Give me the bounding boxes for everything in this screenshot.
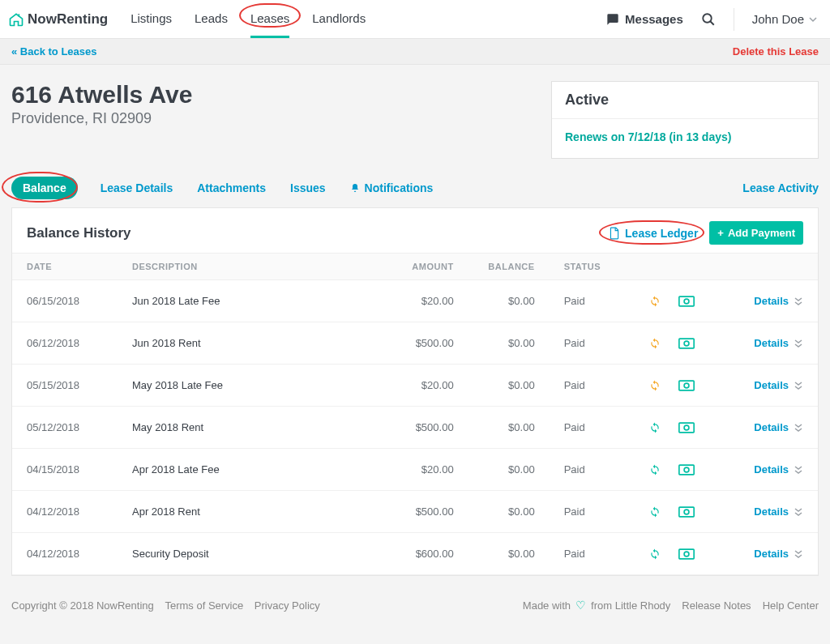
details-link[interactable]: Details — [754, 337, 803, 349]
col-balance: BALANCE — [468, 254, 550, 280]
col-date: DATE — [12, 254, 118, 280]
cell-balance: $0.00 — [468, 533, 550, 575]
cell-amount: $500.00 — [387, 407, 468, 449]
tab-balance[interactable]: Balance — [11, 177, 78, 199]
cell-balance: $0.00 — [468, 407, 550, 449]
cell-icons — [615, 322, 729, 365]
lease-address: 616 Atwells Ave Providence, RI 02909 — [11, 81, 192, 127]
cell-balance: $0.00 — [468, 322, 550, 365]
street-address: 616 Atwells Ave — [11, 81, 192, 109]
nav-item-listings[interactable]: Listings — [130, 0, 172, 38]
cell-details: Details — [729, 365, 818, 407]
table-row: 06/15/2018Jun 2018 Late Fee$20.00$0.00Pa… — [12, 280, 818, 322]
document-icon — [609, 227, 620, 240]
annotation-ellipse — [239, 3, 301, 28]
table-row: 04/12/2018Apr 2018 Rent$500.00$0.00PaidD… — [12, 491, 818, 533]
tos-link[interactable]: Terms of Service — [165, 599, 243, 612]
cell-description: Jun 2018 Rent — [118, 322, 387, 365]
col-status: STATUS — [550, 254, 615, 280]
svg-rect-9 — [679, 423, 694, 433]
tab-notifications[interactable]: Notifications — [349, 177, 435, 199]
cell-status: Paid — [550, 322, 615, 365]
svg-point-4 — [684, 299, 689, 304]
table-header-row: DATE DESCRIPTION AMOUNT BALANCE STATUS — [12, 254, 818, 280]
cell-balance: $0.00 — [468, 365, 550, 407]
svg-line-2 — [710, 21, 714, 25]
messages-link[interactable]: Messages — [605, 12, 683, 26]
details-link[interactable]: Details — [754, 295, 803, 307]
details-link[interactable]: Details — [754, 463, 803, 476]
user-name: John Doe — [752, 12, 804, 26]
details-link[interactable]: Details — [754, 505, 803, 518]
back-to-leases[interactable]: « Back to Leases — [11, 45, 97, 58]
svg-rect-3 — [679, 296, 694, 306]
sync-icon — [649, 380, 661, 391]
help-center-link[interactable]: Help Center — [763, 599, 819, 612]
panel-head: Balance History Lease Ledger + Add Payme… — [12, 208, 818, 253]
cell-details: Details — [729, 533, 818, 575]
chevron-double-down-icon — [794, 381, 803, 390]
cell-description: May 2018 Late Fee — [118, 365, 387, 407]
tab-lease-details[interactable]: Lease Details — [99, 177, 175, 199]
svg-point-12 — [684, 467, 689, 472]
table-row: 05/15/2018May 2018 Late Fee$20.00$0.00Pa… — [12, 365, 818, 407]
tab-attachments[interactable]: Attachments — [195, 177, 267, 199]
nav-item-leases[interactable]: Leases — [250, 0, 289, 38]
cell-description: Apr 2018 Late Fee — [118, 449, 387, 491]
svg-point-1 — [703, 14, 712, 23]
brand-logo[interactable]: NowRenting — [8, 11, 108, 28]
cell-status: Paid — [550, 407, 615, 449]
svg-point-10 — [684, 425, 689, 430]
cell-description: Security Deposit — [118, 533, 387, 575]
add-payment-label: Add Payment — [728, 227, 795, 239]
release-notes-link[interactable]: Release Notes — [682, 599, 751, 612]
search-icon[interactable] — [701, 12, 716, 27]
tabs-row: BalanceLease DetailsAttachmentsIssuesNot… — [11, 177, 819, 199]
header-row: 616 Atwells Ave Providence, RI 02909 Act… — [11, 81, 819, 159]
lease-tabs: BalanceLease DetailsAttachmentsIssuesNot… — [11, 177, 434, 199]
privacy-link[interactable]: Privacy Policy — [255, 599, 320, 612]
add-payment-button[interactable]: + Add Payment — [709, 221, 803, 245]
status-renew: Renews on 7/12/18 (in 13 days) — [552, 119, 818, 158]
tab-issues[interactable]: Issues — [289, 177, 327, 199]
status-title: Active — [552, 82, 818, 119]
footer-right: Made with ♡ from Little Rhody Release No… — [523, 599, 819, 612]
lease-activity-link[interactable]: Lease Activity — [742, 181, 819, 194]
cell-amount: $20.00 — [387, 280, 468, 322]
cell-amount: $600.00 — [387, 533, 468, 575]
panel-actions: Lease Ledger + Add Payment — [609, 221, 803, 245]
cell-details: Details — [729, 322, 818, 365]
made-suffix: from Little Rhody — [591, 599, 670, 612]
divider — [734, 8, 734, 31]
cash-icon — [678, 380, 695, 391]
details-link[interactable]: Details — [754, 379, 803, 391]
details-link[interactable]: Details — [754, 548, 803, 560]
delete-lease[interactable]: Delete this Lease — [733, 45, 819, 58]
cell-date: 04/12/2018 — [12, 533, 118, 575]
topbar: NowRenting ListingsLeadsLeasesLandlords … — [0, 0, 830, 39]
details-link[interactable]: Details — [754, 421, 803, 433]
svg-point-16 — [684, 552, 689, 557]
cash-icon — [678, 464, 695, 476]
cell-date: 06/12/2018 — [12, 322, 118, 365]
cell-description: Jun 2018 Late Fee — [118, 280, 387, 322]
heart-icon: ♡ — [574, 599, 588, 612]
svg-rect-7 — [679, 381, 694, 390]
footer: Copyright © 2018 NowRenting Terms of Ser… — [0, 584, 830, 631]
table-row: 04/15/2018Apr 2018 Late Fee$20.00$0.00Pa… — [12, 449, 818, 491]
nav-item-landlords[interactable]: Landlords — [312, 0, 366, 38]
cell-balance: $0.00 — [468, 449, 550, 491]
copyright: Copyright © 2018 NowRenting — [11, 599, 154, 612]
content: 616 Atwells Ave Providence, RI 02909 Act… — [0, 65, 830, 584]
cell-description: Apr 2018 Rent — [118, 491, 387, 533]
chevron-double-down-icon — [794, 423, 803, 433]
lease-ledger-link[interactable]: Lease Ledger — [609, 227, 698, 240]
cell-amount: $20.00 — [387, 449, 468, 491]
nav-item-leads[interactable]: Leads — [195, 0, 228, 38]
svg-rect-15 — [679, 549, 694, 559]
cell-icons — [615, 491, 729, 533]
cell-icons — [615, 365, 729, 407]
status-box: Active Renews on 7/12/18 (in 13 days) — [551, 81, 819, 159]
user-menu[interactable]: John Doe — [752, 12, 817, 26]
cell-date: 05/15/2018 — [12, 365, 118, 407]
